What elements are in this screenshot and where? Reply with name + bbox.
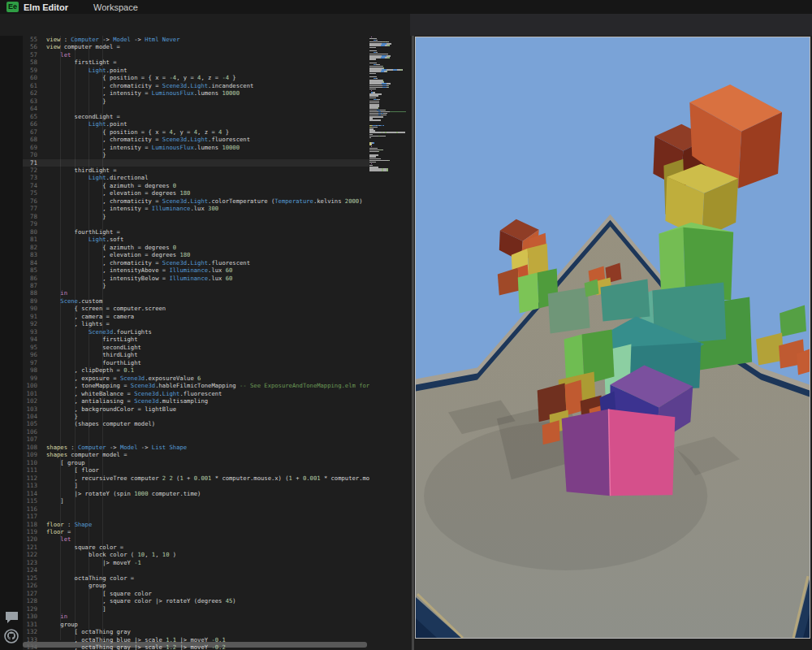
code-line[interactable]: 114 |> rotateY (spin 1000 computer.time): [23, 490, 369, 497]
code-line[interactable]: 101 , whiteBalance = Scene3d.Light.fluor…: [23, 390, 369, 397]
editor-left-gutter: [0, 14, 23, 650]
code-line[interactable]: 125 octaThing color =: [23, 574, 369, 582]
code-line[interactable]: 131 group: [23, 621, 369, 628]
code-line[interactable]: 55view : Computer -> Model -> Html Never: [23, 36, 369, 43]
code-line[interactable]: 85 , intensityAbove = Illuminance.lux 60: [23, 266, 369, 274]
app-logo[interactable]: Ee: [6, 2, 19, 12]
code-line[interactable]: 82 { azimuth = degrees 0: [23, 244, 369, 251]
code-line[interactable]: 127 [ square color: [23, 590, 369, 597]
code-line[interactable]: 129 ]: [23, 605, 369, 613]
code-line[interactable]: 71: [23, 159, 369, 167]
panel-divider[interactable]: [412, 14, 414, 650]
code-line[interactable]: 62 , intensity = LuminousFlux.lumens 100…: [23, 89, 369, 97]
code-line[interactable]: 132 [ octaThing gray: [23, 628, 369, 635]
code-line[interactable]: 66 Light.point: [23, 120, 369, 128]
code-line[interactable]: 109shapes computer model =: [23, 451, 369, 458]
code-line[interactable]: 99 , exposure = Scene3d.exposureValue 6: [23, 375, 369, 382]
code-line[interactable]: 111 [ floor: [23, 466, 369, 474]
code-line[interactable]: 105 (shapes computer model): [23, 420, 369, 427]
line-number: 132: [23, 628, 37, 635]
code-line[interactable]: 74 { azimuth = degrees 0: [23, 182, 369, 189]
code-line[interactable]: 107: [23, 436, 369, 443]
code-line[interactable]: 80 fourthLight =: [23, 228, 369, 236]
code-line[interactable]: 87 }: [23, 282, 369, 289]
code-line[interactable]: 69 , intensity = LuminousFlux.lumens 100…: [23, 144, 369, 151]
line-number: 97: [23, 359, 37, 366]
code-line[interactable]: 88 in: [23, 289, 369, 297]
code-line[interactable]: 83 , elevation = degrees 180: [23, 251, 369, 258]
code-line[interactable]: 79: [23, 220, 369, 228]
code-line[interactable]: 112 , recursiveTree computer 2 2 (1 + 0.…: [23, 474, 369, 482]
code-line[interactable]: 78 }: [23, 213, 369, 220]
code-line[interactable]: 72 thirdLight =: [23, 167, 369, 174]
code-line[interactable]: 94 firstLight: [23, 336, 369, 343]
code-line[interactable]: 98 , clipDepth = 0.1: [23, 366, 369, 374]
code-line[interactable]: 64: [23, 105, 369, 112]
code-line[interactable]: 65 secondLight =: [23, 113, 369, 120]
code-line[interactable]: 110 [ group: [23, 459, 369, 466]
code-line[interactable]: 116: [23, 505, 369, 513]
code-line[interactable]: 121 square color =: [23, 544, 369, 551]
code-line[interactable]: 104 }: [23, 413, 369, 420]
code-line[interactable]: 91 , camera = camera: [23, 313, 369, 320]
code-line[interactable]: 77 , intensity = Illuminance.lux 300: [23, 205, 369, 212]
code-line[interactable]: 89 Scene.custom: [23, 297, 369, 305]
line-number: 107: [23, 436, 37, 443]
line-number: 106: [23, 428, 37, 436]
code-line[interactable]: 134 , octaThing gray |> scale 1.2 |> mov…: [23, 644, 369, 650]
code-line[interactable]: 115 ]: [23, 497, 369, 505]
code-line[interactable]: 106: [23, 428, 369, 436]
code-line[interactable]: 56view computer model =: [23, 43, 369, 50]
code-line[interactable]: 90 { screen = computer.screen: [23, 305, 369, 312]
3d-scene-canvas[interactable]: [415, 37, 810, 639]
line-number: 79: [23, 220, 37, 228]
code-line[interactable]: 59 Light.point: [23, 67, 369, 74]
code-line[interactable]: 75 , elevation = degrees 180: [23, 189, 369, 197]
code-line[interactable]: 130 in: [23, 613, 369, 620]
line-number: 58: [23, 58, 37, 66]
line-number: 70: [23, 151, 37, 158]
code-line[interactable]: 58 firstLight =: [23, 58, 369, 66]
code-line[interactable]: 57 let: [23, 51, 369, 58]
code-line[interactable]: 96 thirdLight: [23, 351, 369, 358]
code-line[interactable]: 63 }: [23, 98, 369, 105]
code-line[interactable]: 120 let: [23, 535, 369, 543]
code-line[interactable]: 113 ]: [23, 482, 369, 489]
code-line[interactable]: 93 Scene3d.fourLights: [23, 328, 369, 336]
code-line[interactable]: 81 Light.soft: [23, 236, 369, 243]
code-line[interactable]: 92 , lights =: [23, 320, 369, 327]
code-line[interactable]: 67 { position = { x = 4, y = 4, z = 4 }: [23, 128, 369, 136]
code-line[interactable]: 60 { position = { x = -4, y = 4, z = -4 …: [23, 74, 369, 81]
code-line[interactable]: 84 , chromaticity = Scene3d.Light.fluore…: [23, 259, 369, 266]
github-icon[interactable]: [4, 629, 19, 644]
code-line[interactable]: 103 , backgroundColor = lightBlue: [23, 405, 369, 413]
code-line[interactable]: 86 , intensityBelow = Illuminance.lux 60: [23, 275, 369, 282]
code-line[interactable]: 100 , toneMapping = Scene3d.hableFilmicT…: [23, 382, 369, 389]
chat-feedback-icon[interactable]: [5, 611, 19, 623]
code-line[interactable]: 133 , octaThing blue |> scale 1.1 |> mov…: [23, 636, 369, 644]
line-number: 105: [23, 420, 37, 427]
code-line[interactable]: 102 , antialiasing = Scene3d.multisampli…: [23, 397, 369, 405]
code-line[interactable]: 118floor : Shape: [23, 521, 369, 528]
line-number: 59: [23, 67, 37, 74]
code-line[interactable]: 108shapes : Computer -> Model -> List Sh…: [23, 444, 369, 451]
line-number: 133: [23, 636, 37, 644]
code-line[interactable]: 95 secondLight: [23, 344, 369, 351]
code-line[interactable]: 61 , chromaticity = Scene3d.Light.incand…: [23, 82, 369, 89]
code-line[interactable]: 68 , chromaticity = Scene3d.Light.fluore…: [23, 136, 369, 143]
line-number: 99: [23, 375, 37, 382]
code-line[interactable]: 124: [23, 566, 369, 574]
code-line[interactable]: 123 |> moveY -1: [23, 559, 369, 566]
menu-workspace[interactable]: Workspace: [93, 2, 138, 12]
minimap[interactable]: [369, 32, 407, 187]
code-line[interactable]: 119floor =: [23, 528, 369, 535]
code-line[interactable]: 76 , chromaticity = Scene3d.Light.colorT…: [23, 197, 369, 205]
code-line[interactable]: 70 }: [23, 151, 369, 158]
code-editor[interactable]: 55view : Computer -> Model -> Html Never…: [23, 36, 369, 650]
code-line[interactable]: 122 block color ( 10, 1, 10 ): [23, 551, 369, 558]
code-line[interactable]: 97 fourthLight: [23, 359, 369, 366]
code-line[interactable]: 126 group: [23, 582, 369, 589]
code-line[interactable]: 117: [23, 513, 369, 520]
code-line[interactable]: 128 , square color |> rotateY (degrees 4…: [23, 597, 369, 604]
code-line[interactable]: 73 Light.directional: [23, 174, 369, 181]
